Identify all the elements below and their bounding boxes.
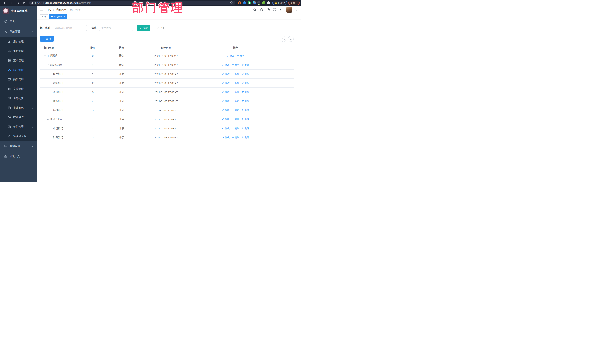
dept-name-cell: 财务部门	[40, 99, 78, 103]
status-cell: 开启	[108, 127, 135, 130]
edit-link[interactable]: 修改	[222, 72, 230, 76]
sidebar-item[interactable]: 基础设施	[0, 141, 37, 151]
avatar-caret-down-icon[interactable]	[295, 9, 297, 11]
reset-button[interactable]: 重置	[154, 25, 167, 31]
breadcrumb-item[interactable]: 系统管理	[56, 8, 66, 11]
sidebar-item[interactable]: 研发工具	[0, 151, 37, 162]
delete-link[interactable]: 删除	[242, 136, 249, 139]
sort-cell: 1	[78, 127, 108, 130]
expand-caret-icon[interactable]	[47, 118, 49, 121]
status-select[interactable]: 菜单状态	[99, 25, 133, 31]
search-button[interactable]: 搜索	[137, 25, 150, 31]
sidebar-item[interactable]: 系统管理	[0, 26, 37, 37]
edit-link[interactable]: 修改	[222, 91, 230, 94]
add-link[interactable]: 新增	[232, 118, 239, 121]
delete-link[interactable]: 删除	[242, 72, 249, 76]
sidebar-subitem[interactable]: 岗位管理	[0, 75, 37, 84]
view-tag[interactable]: 部门管理×	[49, 14, 67, 19]
dept-name-input[interactable]	[53, 25, 87, 31]
vpn-extension-icon[interactable]: on	[257, 1, 260, 4]
sidebar-subitem[interactable]: 菜单管理	[0, 56, 37, 65]
delete-link[interactable]: 删除	[242, 91, 249, 94]
sidebar-subitem[interactable]: 在线用户	[0, 112, 37, 122]
browser-home-icon[interactable]	[22, 0, 26, 5]
browser-forward-icon[interactable]	[9, 0, 14, 5]
edit-link-label: 修改	[225, 72, 230, 76]
breadcrumb-item[interactable]: 首页	[46, 8, 52, 11]
browser-menu-icon[interactable]	[297, 2, 297, 4]
url-path: /system/dept	[78, 2, 91, 4]
edit-link[interactable]: 修改	[222, 127, 230, 130]
add-link[interactable]: 新增	[237, 54, 244, 57]
puzzle-extension-icon[interactable]	[267, 1, 270, 4]
sidebar-subitem[interactable]: 错误码管理	[0, 132, 37, 141]
sort-cell: 4	[78, 100, 108, 103]
browser-back-icon[interactable]	[3, 0, 7, 5]
sidebar-subitem[interactable]: 审计日志	[0, 103, 37, 112]
delete-link[interactable]: 删除	[242, 109, 249, 112]
delete-link[interactable]: 删除	[242, 127, 249, 130]
app-logo[interactable]: 芋道管理系统	[0, 6, 37, 16]
delete-link[interactable]: 删除	[242, 82, 249, 85]
add-link[interactable]: 新增	[232, 136, 239, 139]
shield-extension-icon[interactable]	[243, 1, 246, 4]
delete-link[interactable]: 删除	[242, 100, 249, 103]
chrome-update-button[interactable]: 更新	[288, 1, 300, 5]
add-link[interactable]: 新增	[232, 91, 239, 94]
check-circle-extension-icon[interactable]	[248, 1, 251, 4]
edit-link[interactable]: 修改	[222, 118, 230, 121]
grid-extension-icon[interactable]	[253, 1, 256, 4]
close-icon[interactable]: ×	[64, 15, 65, 18]
font-size-icon[interactable]	[280, 8, 283, 11]
edit-link[interactable]: 修改	[222, 63, 230, 66]
toggle-search-button[interactable]	[280, 36, 286, 42]
dept-name-cell: 长沙分公司	[40, 118, 78, 121]
add-link[interactable]: 新增	[232, 109, 239, 112]
sort-cell: 5	[78, 109, 108, 112]
org-tree-icon	[8, 68, 11, 72]
dept-name: 深圳总公司	[50, 63, 63, 66]
search-icon[interactable]	[253, 8, 257, 11]
actions-cell: 修改新增删除	[197, 118, 275, 121]
bookmark-star-icon[interactable]	[230, 1, 233, 5]
add-link[interactable]: 新增	[232, 127, 239, 130]
sidebar-item[interactable]: 首页	[0, 16, 37, 26]
sidebar-subitem-label: 岗位管理	[13, 78, 34, 81]
sidebar-subitem[interactable]: 部门管理	[0, 65, 37, 75]
edit-link[interactable]: 修改	[222, 109, 230, 112]
created-cell: 2021-01-05 17:03:47	[135, 127, 197, 130]
grammar-extension-icon[interactable]	[262, 1, 265, 4]
sidebar-subitem[interactable]: 短信管理	[0, 122, 37, 132]
sidebar-subitem[interactable]: 角色管理	[0, 46, 37, 56]
sidebar-subitem[interactable]: 通知公告	[0, 94, 37, 103]
edit-link[interactable]: 修改	[222, 136, 230, 139]
delete-link-label: 删除	[244, 72, 249, 76]
security-warning[interactable]: 不安全	[31, 1, 42, 4]
github-icon[interactable]	[260, 8, 263, 11]
hamburger-icon[interactable]	[40, 8, 43, 12]
add-link[interactable]: 新增	[232, 72, 239, 76]
user-avatar[interactable]	[287, 7, 292, 13]
view-tag[interactable]: 首页	[40, 14, 48, 19]
edit-link[interactable]: 修改	[222, 82, 230, 85]
sidebar-subitem[interactable]: 用户管理	[0, 37, 37, 46]
target-extension-icon[interactable]	[238, 1, 241, 4]
delete-link[interactable]: 删除	[242, 118, 249, 121]
add-link[interactable]: 新增	[232, 63, 239, 66]
expand-caret-icon[interactable]	[44, 55, 46, 57]
recorder-paused-chip[interactable]: 已暂停	[272, 1, 287, 5]
screen: 不安全 dashboard.yudao.iocoder.cn /system/d…	[0, 0, 302, 182]
refresh-table-button[interactable]	[288, 36, 294, 42]
delete-link[interactable]: 删除	[242, 63, 249, 66]
help-icon[interactable]	[267, 8, 270, 11]
sidebar-subitem[interactable]: 字典管理	[0, 84, 37, 94]
browser-reload-icon[interactable]	[15, 0, 20, 5]
add-button[interactable]: 新增	[40, 36, 54, 42]
add-link[interactable]: 新增	[232, 100, 239, 103]
edit-link[interactable]: 修改	[227, 54, 234, 57]
expand-caret-icon[interactable]	[47, 64, 49, 66]
edit-link[interactable]: 修改	[222, 100, 230, 103]
add-link[interactable]: 新增	[232, 82, 239, 85]
fullscreen-icon[interactable]	[273, 8, 277, 11]
address-bar[interactable]: 不安全 dashboard.yudao.iocoder.cn /system/d…	[29, 1, 235, 5]
